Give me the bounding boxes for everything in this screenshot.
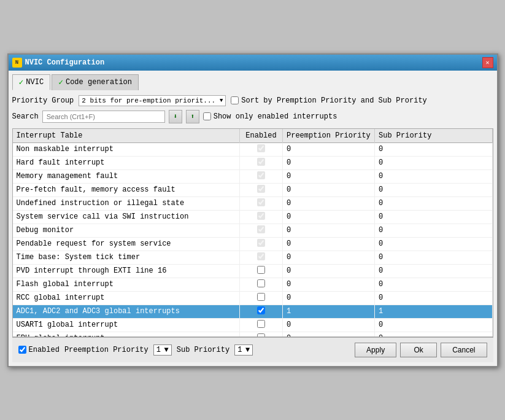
interrupt-enabled-cell[interactable] xyxy=(240,156,283,169)
interrupt-preemption: 0 xyxy=(283,278,375,291)
interrupt-preemption: 0 xyxy=(283,251,375,264)
table-row[interactable]: Pendable request for system service00 xyxy=(13,237,493,251)
interrupt-name: Pendable request for system service xyxy=(13,237,240,251)
interrupt-sub: 0 xyxy=(375,210,493,224)
table-row[interactable]: USART1 global interrupt00 xyxy=(13,318,493,332)
interrupt-enabled-cell[interactable] xyxy=(240,210,283,224)
table-row[interactable]: FPU global interrupt00 xyxy=(13,332,493,337)
interrupt-name: Time base: System tick timer xyxy=(13,251,240,264)
interrupt-preemption: 0 xyxy=(283,264,375,278)
sort-checkbox[interactable] xyxy=(231,96,239,104)
tab-bar: ✓ NVIC ✓ Code generation xyxy=(12,74,493,90)
interrupt-name: ADC1, ADC2 and ADC3 global interrupts xyxy=(13,305,240,318)
nav-down-button[interactable]: ⬇ xyxy=(169,110,182,123)
show-enabled-checkbox[interactable] xyxy=(203,112,211,120)
bottom-left: Enabled Preemption Priority 1 ▼ Sub Prio… xyxy=(18,344,253,356)
interrupt-enabled-cell[interactable] xyxy=(240,291,283,305)
interrupt-enabled-cell[interactable] xyxy=(240,264,283,278)
interrupt-sub: 0 xyxy=(375,318,493,332)
table-row[interactable]: Hard fault interrupt00 xyxy=(13,156,493,169)
table-row[interactable]: Flash global interrupt00 xyxy=(13,278,493,291)
enabled-checkbox-label: Enabled xyxy=(18,346,60,354)
interrupt-sub: 0 xyxy=(375,224,493,237)
col-header-enabled: Enabled xyxy=(240,129,283,143)
tab-codegen[interactable]: ✓ Code generation xyxy=(52,74,139,90)
interrupt-enabled-checkbox[interactable] xyxy=(257,320,265,328)
titlebar-left: N NVIC Configuration xyxy=(12,58,105,68)
interrupt-preemption: 0 xyxy=(283,183,375,196)
ok-button[interactable]: Ok xyxy=(400,343,437,357)
interrupt-enabled-cell[interactable] xyxy=(240,169,283,183)
interrupt-preemption: 0 xyxy=(283,291,375,305)
preemption-value: 1 xyxy=(156,346,161,354)
interrupt-enabled-checkbox[interactable] xyxy=(257,266,265,274)
table-row[interactable]: PVD interrupt through EXTI line 1600 xyxy=(13,264,493,278)
col-header-preemption: Preemption Priority xyxy=(283,129,375,143)
interrupt-enabled-checkbox xyxy=(257,212,265,220)
table-row[interactable]: Memory management fault00 xyxy=(13,169,493,183)
interrupt-name: FPU global interrupt xyxy=(13,332,240,337)
interrupt-sub: 0 xyxy=(375,264,493,278)
interrupt-enabled-cell[interactable] xyxy=(240,237,283,251)
dropdown-arrow-icon: ▼ xyxy=(220,98,223,104)
col-header-interrupt: Interrupt Table xyxy=(13,129,240,143)
interrupt-name: Undefined instruction or illegal state xyxy=(13,196,240,210)
interrupt-table: Interrupt Table Enabled Preemption Prior… xyxy=(13,129,493,337)
interrupt-preemption: 0 xyxy=(283,169,375,183)
interrupt-name: Flash global interrupt xyxy=(13,278,240,291)
apply-button[interactable]: Apply xyxy=(355,343,396,357)
interrupt-enabled-checkbox[interactable] xyxy=(257,279,265,287)
interrupt-enabled-checkbox xyxy=(257,185,265,193)
table-row[interactable]: Non maskable interrupt00 xyxy=(13,142,493,156)
interrupt-name: Memory management fault xyxy=(13,169,240,183)
interrupt-enabled-checkbox xyxy=(257,144,265,152)
interrupt-enabled-cell[interactable] xyxy=(240,332,283,337)
interrupt-enabled-cell[interactable] xyxy=(240,278,283,291)
interrupt-sub: 0 xyxy=(375,278,493,291)
table-row[interactable]: RCC global interrupt00 xyxy=(13,291,493,305)
interrupt-preemption: 0 xyxy=(283,210,375,224)
search-input[interactable] xyxy=(42,111,165,123)
titlebar: N NVIC Configuration ✕ xyxy=(9,55,497,71)
show-enabled-text: Show only enabled interrupts xyxy=(214,112,337,121)
preemption-value-dropdown[interactable]: 1 ▼ xyxy=(153,344,172,356)
enabled-checkbox[interactable] xyxy=(18,346,26,354)
interrupt-enabled-cell[interactable] xyxy=(240,142,283,156)
interrupt-preemption: 0 xyxy=(283,196,375,210)
table-row[interactable]: Undefined instruction or illegal state00 xyxy=(13,196,493,210)
interrupt-enabled-checkbox[interactable] xyxy=(257,306,265,314)
table-row[interactable]: Time base: System tick timer00 xyxy=(13,251,493,264)
table-header-row: Interrupt Table Enabled Preemption Prior… xyxy=(13,129,493,143)
interrupt-enabled-cell[interactable] xyxy=(240,196,283,210)
interrupt-name: RCC global interrupt xyxy=(13,291,240,305)
interrupt-preemption: 0 xyxy=(283,142,375,156)
interrupt-enabled-checkbox xyxy=(257,239,265,247)
table-row[interactable]: Pre-fetch fault, memory access fault00 xyxy=(13,183,493,196)
tab-nvic[interactable]: ✓ NVIC xyxy=(12,74,51,90)
table-row[interactable]: ADC1, ADC2 and ADC3 global interrupts11 xyxy=(13,305,493,318)
search-label: Search xyxy=(12,112,39,121)
interrupt-preemption: 1 xyxy=(283,305,375,318)
interrupt-enabled-cell[interactable] xyxy=(240,183,283,196)
interrupt-enabled-cell[interactable] xyxy=(240,251,283,264)
table-row[interactable]: System service call via SWI instruction0… xyxy=(13,210,493,224)
interrupt-preemption: 0 xyxy=(283,156,375,169)
nav-up-button[interactable]: ⬆ xyxy=(186,110,199,123)
interrupt-enabled-cell[interactable] xyxy=(240,318,283,332)
priority-group-dropdown[interactable]: 2 bits for pre-emption priorit... ▼ xyxy=(79,95,226,106)
sub-value-dropdown[interactable]: 1 ▼ xyxy=(234,344,253,356)
interrupt-name: Hard fault interrupt xyxy=(13,156,240,169)
interrupt-sub: 0 xyxy=(375,142,493,156)
interrupt-sub: 0 xyxy=(375,332,493,337)
table-row[interactable]: Debug monitor00 xyxy=(13,224,493,237)
interrupt-enabled-cell[interactable] xyxy=(240,305,283,318)
cancel-button[interactable]: Cancel xyxy=(441,343,487,357)
interrupt-sub: 0 xyxy=(375,183,493,196)
codegen-check-icon: ✓ xyxy=(58,77,63,87)
interrupt-name: PVD interrupt through EXTI line 16 xyxy=(13,264,240,278)
interrupt-name: System service call via SWI instruction xyxy=(13,210,240,224)
interrupt-enabled-cell[interactable] xyxy=(240,224,283,237)
enabled-label: Enabled xyxy=(29,346,60,354)
close-button[interactable]: ✕ xyxy=(482,57,493,68)
interrupt-enabled-checkbox[interactable] xyxy=(257,293,265,301)
